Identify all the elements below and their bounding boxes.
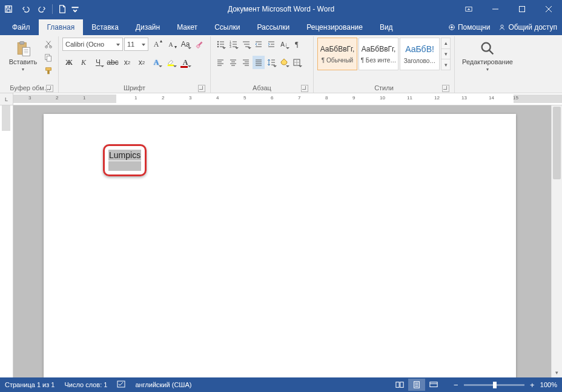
cut-icon[interactable] [42,39,55,50]
qat-more-icon[interactable] [71,0,79,18]
tab-design[interactable]: Дизайн [127,19,168,35]
clear-format-icon[interactable] [193,38,207,51]
minimize-button[interactable] [482,0,509,18]
align-right-icon[interactable] [240,56,252,69]
numbering-icon[interactable]: 123 [227,38,239,51]
view-read-icon[interactable] [391,379,408,391]
group-styles: АаБбВвГг,¶ Обычный АаБбВвГг,¶ Без инте… … [314,36,455,93]
paste-button[interactable]: Вставить ▾ [6,38,40,81]
ruler-vertical[interactable] [0,105,13,377]
underline-button[interactable]: Ч [91,56,105,69]
highlight-icon[interactable] [164,56,177,69]
italic-button[interactable]: К [77,56,90,69]
ruler-horizontal[interactable]: L 3 2 1 1 2 3 4 5 6 7 8 9 10 11 12 13 14… [0,93,562,105]
svg-point-26 [217,44,219,45]
tab-view[interactable]: Вид [371,19,402,35]
redo-icon[interactable] [34,0,51,18]
svg-line-69 [489,50,493,54]
clipboard-launcher[interactable] [46,85,53,92]
tab-home[interactable]: Главная [39,19,84,35]
style-no-spacing[interactable]: АаБбВвГг,¶ Без инте… [359,38,398,70]
svg-rect-12 [20,42,24,44]
scroll-down-icon[interactable]: ▾ [552,368,562,377]
tab-layout[interactable]: Макет [168,19,206,35]
show-marks-icon[interactable]: ¶ [291,38,303,51]
tab-mailings[interactable]: Рассылки [248,19,298,35]
font-name-select[interactable]: Calibri (Осно [62,38,123,51]
zoom-value[interactable]: 100% [540,381,557,388]
styles-launcher[interactable] [442,85,449,92]
scroll-thumb[interactable] [553,107,561,179]
window-controls [455,0,562,18]
close-button[interactable] [535,0,562,18]
svg-point-25 [217,41,219,42]
maximize-button[interactable] [509,0,535,18]
style-heading1[interactable]: АаБбВ!Заголово… [400,38,440,70]
view-print-icon[interactable] [408,379,425,391]
style-normal[interactable]: АаБбВвГг,¶ Обычный [317,38,357,70]
new-doc-icon[interactable] [54,0,71,18]
tab-file[interactable]: Файл [4,19,39,35]
align-left-icon[interactable] [214,56,226,69]
share-button[interactable]: Общий доступ [498,23,557,32]
status-proof-icon[interactable] [117,380,125,390]
zoom-handle[interactable] [493,382,497,388]
justify-icon[interactable] [253,56,265,69]
status-page[interactable]: Страница 1 из 1 [5,381,55,388]
view-buttons [391,379,442,391]
tab-insert[interactable]: Вставка [83,19,127,35]
svg-rect-20 [47,56,51,61]
tab-references[interactable]: Ссылки [206,19,248,35]
font-size-select[interactable]: 11 [124,38,148,51]
strike-button[interactable]: abc [106,56,119,69]
change-case-icon[interactable]: Aa [179,38,192,51]
grow-font-icon[interactable]: A▴ [150,38,163,51]
vertical-scrollbar[interactable]: ▴ ▾ [551,105,562,377]
copy-icon[interactable] [42,52,55,63]
subscript-button[interactable]: x2 [121,56,134,69]
superscript-button[interactable]: x2 [135,56,148,69]
bullets-icon[interactable] [214,38,226,51]
ribbon-options-icon[interactable] [455,0,482,18]
bold-button[interactable]: Ж [62,56,76,69]
group-font: Calibri (Осно 11 A▴ A▾ Aa Ж К Ч abc x2 x… [59,36,211,93]
sort-icon[interactable]: A↓ [278,38,290,51]
line-spacing-icon[interactable] [265,56,277,69]
align-center-icon[interactable] [227,56,239,69]
zoom-out-button[interactable]: − [452,380,460,389]
svg-text:3: 3 [230,45,231,48]
status-bar: Страница 1 из 1 Число слов: 1 английский… [0,377,562,392]
multilevel-icon[interactable] [240,38,252,51]
font-launcher[interactable] [198,85,205,92]
group-editing: Редактирование ▾ [455,36,520,93]
zoom-slider[interactable] [464,384,524,386]
text-effects-icon[interactable]: A [150,56,163,69]
annotation-highlight: Lumpics [103,144,147,176]
chevron-down-icon: ▾ [486,67,489,72]
page[interactable]: Lumpics [44,114,516,377]
shading-icon[interactable] [278,56,290,69]
chevron-down-icon: ▾ [22,67,24,72]
editing-button[interactable]: Редактирование ▾ [458,38,517,81]
status-lang[interactable]: английский (США) [135,381,191,388]
shrink-font-icon[interactable]: A▾ [164,38,177,51]
zoom-in-button[interactable]: + [528,380,537,389]
format-painter-icon[interactable] [42,65,55,76]
svg-rect-77 [430,382,437,387]
borders-icon[interactable] [291,56,303,69]
page-viewport[interactable]: Lumpics [13,105,551,377]
undo-icon[interactable] [17,0,34,18]
paragraph-launcher[interactable] [301,85,308,92]
view-web-icon[interactable] [425,379,442,391]
selected-text[interactable]: Lumpics [108,150,141,161]
styles-gallery-more[interactable]: ▴▾▾ [441,38,451,70]
indent-decrease-icon[interactable] [253,38,265,51]
font-color-icon[interactable]: A [179,56,192,69]
status-words[interactable]: Число слов: 1 [64,381,107,388]
indent-increase-icon[interactable] [265,38,277,51]
save-icon[interactable] [0,0,17,18]
tab-review[interactable]: Рецензирование [298,19,371,35]
svg-rect-24 [168,65,174,67]
tell-me[interactable]: Помощни [448,23,490,32]
ruler-corner[interactable]: L [0,93,13,105]
